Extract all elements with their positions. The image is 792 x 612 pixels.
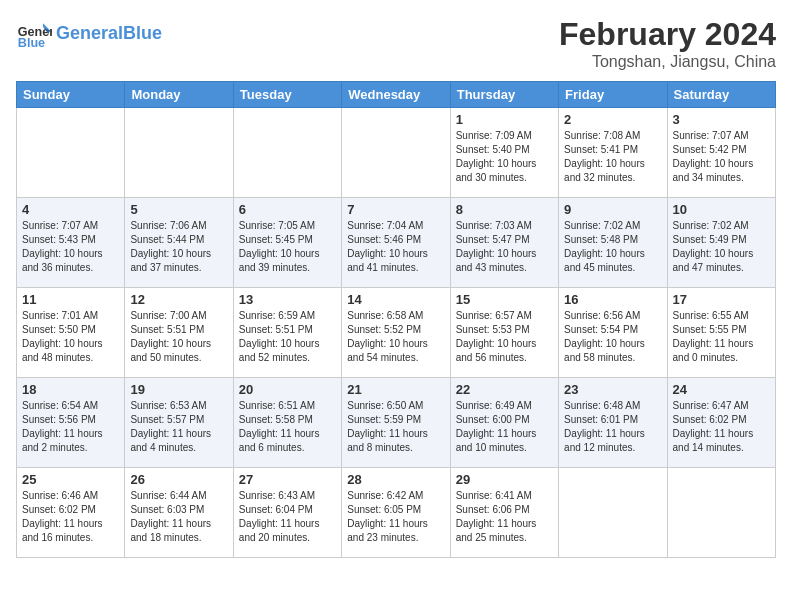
day-info: Sunrise: 6:46 AMSunset: 6:02 PMDaylight:…	[22, 489, 119, 545]
day-number: 29	[456, 472, 553, 487]
day-info: Sunrise: 7:05 AMSunset: 5:45 PMDaylight:…	[239, 219, 336, 275]
calendar-cell: 4Sunrise: 7:07 AMSunset: 5:43 PMDaylight…	[17, 198, 125, 288]
day-number: 20	[239, 382, 336, 397]
calendar-cell	[233, 108, 341, 198]
calendar-cell: 11Sunrise: 7:01 AMSunset: 5:50 PMDayligh…	[17, 288, 125, 378]
calendar-cell: 5Sunrise: 7:06 AMSunset: 5:44 PMDaylight…	[125, 198, 233, 288]
svg-text:Blue: Blue	[18, 36, 45, 50]
day-number: 7	[347, 202, 444, 217]
day-number: 8	[456, 202, 553, 217]
calendar-cell: 28Sunrise: 6:42 AMSunset: 6:05 PMDayligh…	[342, 468, 450, 558]
day-number: 26	[130, 472, 227, 487]
calendar-week-row: 25Sunrise: 6:46 AMSunset: 6:02 PMDayligh…	[17, 468, 776, 558]
day-number: 5	[130, 202, 227, 217]
day-number: 2	[564, 112, 661, 127]
weekday-header-monday: Monday	[125, 82, 233, 108]
calendar-cell: 17Sunrise: 6:55 AMSunset: 5:55 PMDayligh…	[667, 288, 775, 378]
weekday-header-friday: Friday	[559, 82, 667, 108]
day-number: 12	[130, 292, 227, 307]
calendar-cell: 7Sunrise: 7:04 AMSunset: 5:46 PMDaylight…	[342, 198, 450, 288]
day-info: Sunrise: 6:42 AMSunset: 6:05 PMDaylight:…	[347, 489, 444, 545]
calendar-cell: 1Sunrise: 7:09 AMSunset: 5:40 PMDaylight…	[450, 108, 558, 198]
day-info: Sunrise: 6:54 AMSunset: 5:56 PMDaylight:…	[22, 399, 119, 455]
calendar-cell: 15Sunrise: 6:57 AMSunset: 5:53 PMDayligh…	[450, 288, 558, 378]
day-number: 28	[347, 472, 444, 487]
day-number: 16	[564, 292, 661, 307]
day-number: 25	[22, 472, 119, 487]
day-info: Sunrise: 6:51 AMSunset: 5:58 PMDaylight:…	[239, 399, 336, 455]
logo-text: GeneralBlue	[56, 24, 162, 44]
calendar-cell	[17, 108, 125, 198]
day-info: Sunrise: 6:43 AMSunset: 6:04 PMDaylight:…	[239, 489, 336, 545]
day-number: 13	[239, 292, 336, 307]
day-number: 6	[239, 202, 336, 217]
day-info: Sunrise: 6:57 AMSunset: 5:53 PMDaylight:…	[456, 309, 553, 365]
weekday-header-row: SundayMondayTuesdayWednesdayThursdayFrid…	[17, 82, 776, 108]
day-info: Sunrise: 7:00 AMSunset: 5:51 PMDaylight:…	[130, 309, 227, 365]
calendar-cell: 20Sunrise: 6:51 AMSunset: 5:58 PMDayligh…	[233, 378, 341, 468]
calendar-week-row: 11Sunrise: 7:01 AMSunset: 5:50 PMDayligh…	[17, 288, 776, 378]
day-info: Sunrise: 6:53 AMSunset: 5:57 PMDaylight:…	[130, 399, 227, 455]
calendar-cell: 25Sunrise: 6:46 AMSunset: 6:02 PMDayligh…	[17, 468, 125, 558]
calendar-cell	[559, 468, 667, 558]
weekday-header-tuesday: Tuesday	[233, 82, 341, 108]
day-info: Sunrise: 7:03 AMSunset: 5:47 PMDaylight:…	[456, 219, 553, 275]
day-info: Sunrise: 6:48 AMSunset: 6:01 PMDaylight:…	[564, 399, 661, 455]
day-number: 10	[673, 202, 770, 217]
title-area: February 2024 Tongshan, Jiangsu, China	[559, 16, 776, 71]
day-info: Sunrise: 7:01 AMSunset: 5:50 PMDaylight:…	[22, 309, 119, 365]
calendar-cell: 9Sunrise: 7:02 AMSunset: 5:48 PMDaylight…	[559, 198, 667, 288]
calendar-cell: 2Sunrise: 7:08 AMSunset: 5:41 PMDaylight…	[559, 108, 667, 198]
day-number: 18	[22, 382, 119, 397]
calendar-cell: 10Sunrise: 7:02 AMSunset: 5:49 PMDayligh…	[667, 198, 775, 288]
logo-icon: General Blue	[16, 16, 52, 52]
calendar-cell: 26Sunrise: 6:44 AMSunset: 6:03 PMDayligh…	[125, 468, 233, 558]
day-number: 9	[564, 202, 661, 217]
calendar-cell: 3Sunrise: 7:07 AMSunset: 5:42 PMDaylight…	[667, 108, 775, 198]
day-info: Sunrise: 7:09 AMSunset: 5:40 PMDaylight:…	[456, 129, 553, 185]
day-info: Sunrise: 6:56 AMSunset: 5:54 PMDaylight:…	[564, 309, 661, 365]
page-header: General Blue GeneralBlue February 2024 T…	[16, 16, 776, 71]
calendar-cell: 19Sunrise: 6:53 AMSunset: 5:57 PMDayligh…	[125, 378, 233, 468]
calendar-cell: 14Sunrise: 6:58 AMSunset: 5:52 PMDayligh…	[342, 288, 450, 378]
calendar-week-row: 4Sunrise: 7:07 AMSunset: 5:43 PMDaylight…	[17, 198, 776, 288]
logo: General Blue GeneralBlue	[16, 16, 162, 52]
weekday-header-saturday: Saturday	[667, 82, 775, 108]
day-number: 22	[456, 382, 553, 397]
day-info: Sunrise: 7:02 AMSunset: 5:49 PMDaylight:…	[673, 219, 770, 275]
day-info: Sunrise: 7:07 AMSunset: 5:42 PMDaylight:…	[673, 129, 770, 185]
day-number: 24	[673, 382, 770, 397]
calendar-cell	[125, 108, 233, 198]
day-info: Sunrise: 6:55 AMSunset: 5:55 PMDaylight:…	[673, 309, 770, 365]
calendar-cell: 12Sunrise: 7:00 AMSunset: 5:51 PMDayligh…	[125, 288, 233, 378]
weekday-header-sunday: Sunday	[17, 82, 125, 108]
day-number: 27	[239, 472, 336, 487]
logo-blue: Blue	[123, 23, 162, 43]
day-info: Sunrise: 6:47 AMSunset: 6:02 PMDaylight:…	[673, 399, 770, 455]
day-info: Sunrise: 7:02 AMSunset: 5:48 PMDaylight:…	[564, 219, 661, 275]
calendar-cell: 16Sunrise: 6:56 AMSunset: 5:54 PMDayligh…	[559, 288, 667, 378]
day-number: 21	[347, 382, 444, 397]
day-info: Sunrise: 6:58 AMSunset: 5:52 PMDaylight:…	[347, 309, 444, 365]
calendar-cell: 23Sunrise: 6:48 AMSunset: 6:01 PMDayligh…	[559, 378, 667, 468]
calendar-cell: 24Sunrise: 6:47 AMSunset: 6:02 PMDayligh…	[667, 378, 775, 468]
day-number: 3	[673, 112, 770, 127]
day-number: 15	[456, 292, 553, 307]
day-number: 17	[673, 292, 770, 307]
day-info: Sunrise: 6:44 AMSunset: 6:03 PMDaylight:…	[130, 489, 227, 545]
calendar-cell: 18Sunrise: 6:54 AMSunset: 5:56 PMDayligh…	[17, 378, 125, 468]
calendar-week-row: 1Sunrise: 7:09 AMSunset: 5:40 PMDaylight…	[17, 108, 776, 198]
calendar-week-row: 18Sunrise: 6:54 AMSunset: 5:56 PMDayligh…	[17, 378, 776, 468]
day-info: Sunrise: 6:59 AMSunset: 5:51 PMDaylight:…	[239, 309, 336, 365]
day-number: 1	[456, 112, 553, 127]
location-title: Tongshan, Jiangsu, China	[559, 53, 776, 71]
calendar-cell	[342, 108, 450, 198]
day-info: Sunrise: 6:49 AMSunset: 6:00 PMDaylight:…	[456, 399, 553, 455]
day-number: 19	[130, 382, 227, 397]
calendar-cell	[667, 468, 775, 558]
day-number: 23	[564, 382, 661, 397]
calendar-cell: 13Sunrise: 6:59 AMSunset: 5:51 PMDayligh…	[233, 288, 341, 378]
calendar-cell: 8Sunrise: 7:03 AMSunset: 5:47 PMDaylight…	[450, 198, 558, 288]
calendar-table: SundayMondayTuesdayWednesdayThursdayFrid…	[16, 81, 776, 558]
weekday-header-wednesday: Wednesday	[342, 82, 450, 108]
